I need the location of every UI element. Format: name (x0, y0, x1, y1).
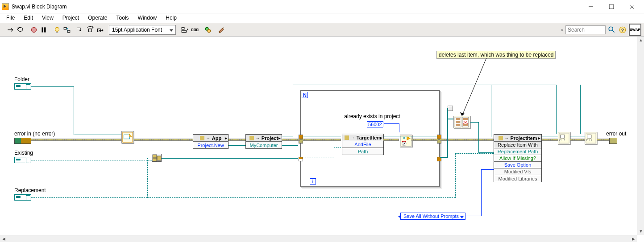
highlight-button[interactable] (53, 25, 62, 34)
terminal-error-out[interactable] (609, 138, 617, 144)
project-node-row[interactable]: MyComputer (246, 142, 282, 148)
projectitem-row-path[interactable]: Replacement Path (494, 148, 541, 155)
scroll-right-icon[interactable]: ▶ (630, 235, 637, 242)
loop-iteration-terminal[interactable]: i (310, 178, 316, 185)
wire-pathout-h2 (447, 119, 453, 119)
menu-help[interactable]: Help (161, 13, 181, 23)
terminal-error-in[interactable] (14, 138, 31, 144)
projectitem-row-allow[interactable]: Allow If Missing? (494, 155, 541, 162)
wire-errcode-v (399, 123, 399, 132)
vi-icon[interactable]: SWAP (629, 24, 641, 36)
svg-rect-11 (191, 29, 193, 31)
projectitem-method[interactable]: Replace Item With (494, 142, 541, 148)
menu-edit[interactable]: Edit (19, 13, 37, 23)
wire-proj-ref-top (293, 85, 556, 85)
projectitem-row-modvis[interactable]: Modified VIs (494, 168, 541, 175)
targetitem-row-addfile[interactable]: AddFile (342, 141, 383, 148)
loop-count-terminal[interactable]: N (302, 92, 308, 98)
svg-rect-33 (456, 121, 460, 123)
wire-proj-ref-v (293, 85, 293, 136)
build-array-node[interactable] (152, 154, 162, 162)
wire-error-1 (31, 139, 121, 141)
reorder-dropdown[interactable] (204, 25, 212, 34)
svg-rect-7 (89, 29, 92, 32)
menu-project[interactable]: Project (58, 13, 83, 23)
tunnel-merge[interactable] (448, 106, 453, 111)
svg-rect-2 (42, 27, 43, 32)
wire-delete-out-h (470, 122, 478, 123)
app-node-title: App (212, 135, 221, 141)
run-continuous-button[interactable] (16, 25, 25, 34)
distribute-dropdown[interactable] (190, 25, 199, 34)
wire-repl-h2 (455, 153, 494, 154)
svg-rect-32 (456, 118, 460, 120)
targetitem-row-path[interactable]: Path (342, 148, 383, 155)
wire-topclose-v (580, 85, 581, 134)
search-icon[interactable] (607, 25, 616, 34)
tunnel-array-in[interactable] (299, 157, 303, 161)
window-title: Swap.vi Block Diagram (12, 4, 66, 10)
align-dropdown[interactable] (180, 25, 189, 34)
label-existing: Existing (14, 150, 33, 156)
menu-bar: File Edit View Project Operate Tools Win… (0, 13, 644, 23)
clear-errors-node[interactable]: # ? (400, 135, 412, 147)
menu-view[interactable]: View (37, 13, 58, 23)
wire-pathout-v (447, 108, 448, 158)
wire-error-2 (134, 139, 193, 141)
comment-box[interactable]: deletes last item, which was thing to be… (436, 51, 556, 59)
window-maximize-button[interactable] (601, 0, 622, 13)
project-property-node[interactable]: → Project ▸ MyComputer (245, 134, 282, 149)
menu-tools[interactable]: Tools (112, 13, 133, 23)
font-dropdown[interactable]: 15pt Application Font (109, 25, 176, 35)
run-button[interactable] (6, 25, 15, 34)
menu-window[interactable]: Window (133, 13, 162, 23)
scroll-up-icon[interactable]: ▲ (637, 37, 644, 44)
block-diagram-canvas[interactable]: deletes last item, which was thing to be… (0, 37, 644, 242)
projectitem-invoke-node[interactable]: → ProjectItem ▸ Replace Item With Replac… (494, 134, 542, 182)
scroll-down-icon[interactable]: ▼ (637, 228, 644, 235)
scroll-left-icon[interactable]: ◀ (0, 235, 7, 242)
svg-text:C 🗋: C 🗋 (586, 138, 592, 142)
wire-error-loop-mid (383, 139, 399, 141)
terminal-existing[interactable] (14, 157, 31, 163)
step-into-button[interactable] (76, 25, 85, 34)
open-vi-ref-node[interactable] (121, 131, 134, 144)
projectitem-row-modlibs[interactable]: Modified Libraries (494, 175, 541, 182)
scrollbar-vertical[interactable]: ▲ ▼ (637, 37, 644, 235)
svg-point-15 (208, 29, 211, 32)
delete-from-array-node[interactable] (453, 116, 470, 128)
close-ref-node-2[interactable]: C 🗋 (585, 132, 597, 144)
close-ref-node-1[interactable]: C 🗋 (558, 132, 570, 144)
diagram-canvas-wrap: deletes last item, which was thing to be… (0, 37, 644, 242)
targetitem-title: TargetItem (357, 135, 381, 140)
terminal-folder[interactable] (14, 83, 31, 90)
menu-file[interactable]: File (2, 13, 19, 23)
wire-error-loop-in (303, 139, 341, 141)
window-minimize-button[interactable] (581, 0, 601, 13)
scrollbar-horizontal[interactable]: ◀ ▶ (0, 235, 637, 242)
wire-error-7 (570, 139, 585, 141)
search-input[interactable] (565, 25, 606, 34)
targetitem-invoke-node[interactable]: → TargetItem ▸ AddFile Path (342, 134, 384, 155)
cleanup-button[interactable] (217, 25, 226, 34)
abort-button[interactable] (29, 25, 38, 34)
svg-rect-25 (249, 136, 254, 140)
save-option-ring[interactable]: Save All Without Prompts (400, 213, 465, 220)
pause-button[interactable] (39, 25, 48, 34)
step-over-button[interactable] (86, 25, 95, 34)
terminal-replacement[interactable] (14, 194, 31, 201)
error-code-constant[interactable]: 56002 (367, 121, 383, 127)
step-out-button[interactable] (96, 25, 104, 34)
app-node-row[interactable]: Project.New (193, 142, 228, 148)
wire-errcode-v0 (384, 123, 384, 130)
svg-rect-24 (200, 136, 204, 140)
app-property-node[interactable]: → App ▸ Project.New (193, 134, 229, 149)
projectitem-row-save[interactable]: Save Option (494, 162, 541, 168)
menu-operate[interactable]: Operate (83, 13, 112, 23)
help-icon[interactable]: ? (618, 25, 627, 34)
svg-rect-5 (64, 27, 66, 29)
window-close-button[interactable] (622, 0, 642, 13)
wire-loop-path-v (334, 147, 334, 157)
retain-wires-button[interactable] (62, 25, 71, 34)
wire-error-loop-out (411, 139, 438, 141)
